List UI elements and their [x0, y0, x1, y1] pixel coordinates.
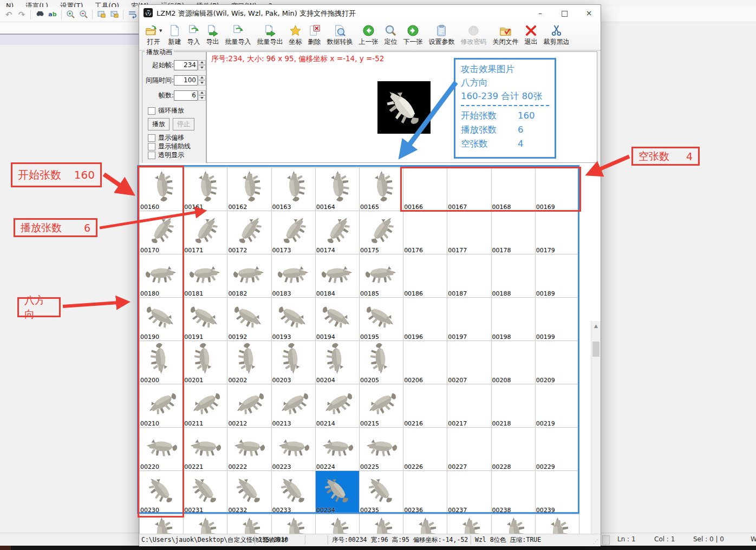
- frame-cell[interactable]: 00216: [403, 384, 447, 428]
- frame-cell[interactable]: 00215: [360, 384, 403, 428]
- frame-cell[interactable]: 00229: [536, 428, 579, 471]
- loop-playback-checkbox[interactable]: 循环播放: [148, 106, 184, 115]
- frame-cell[interactable]: [272, 514, 316, 534]
- frame-cell[interactable]: 00176: [403, 211, 447, 254]
- spinner[interactable]: [198, 60, 206, 70]
- exit-button[interactable]: 退出: [522, 23, 540, 48]
- frame-cell[interactable]: 00238: [492, 471, 536, 514]
- frame-cell[interactable]: 00198: [492, 298, 536, 341]
- wrap-icon[interactable]: [127, 9, 138, 20]
- frame-cell[interactable]: 00228: [492, 428, 536, 471]
- menu-item[interactable]: N): [0, 1, 19, 7]
- frame-cell[interactable]: 00162: [227, 168, 271, 211]
- next-button[interactable]: 下一张: [400, 23, 425, 48]
- frame-cell[interactable]: 00188: [492, 254, 536, 298]
- frame-cell[interactable]: 00230: [140, 471, 184, 514]
- frame-cell[interactable]: 00206: [403, 341, 447, 384]
- frame-cell[interactable]: 00166: [403, 168, 447, 211]
- find-icon[interactable]: [34, 9, 45, 20]
- frame-cell[interactable]: 00239: [536, 471, 579, 514]
- spinner[interactable]: [198, 90, 206, 101]
- checkbox-icon[interactable]: [148, 152, 155, 159]
- frame-cell[interactable]: 00222: [227, 428, 271, 471]
- menu-item[interactable]: 设置(T): [54, 1, 89, 7]
- frame-cell[interactable]: [447, 514, 491, 534]
- frame-cell[interactable]: 00196: [403, 298, 447, 341]
- frame-cell[interactable]: 00226: [403, 428, 447, 471]
- frame-cell[interactable]: 00195: [360, 298, 403, 341]
- show-offset-checkbox[interactable]: 显示偏移: [148, 133, 184, 142]
- scrollbar-thumb[interactable]: [592, 342, 599, 357]
- frame-cell[interactable]: 00186: [403, 254, 447, 298]
- spin-down-icon[interactable]: [198, 95, 206, 101]
- frame-cell[interactable]: [316, 514, 360, 534]
- field-input[interactable]: 100: [174, 75, 198, 86]
- frame-cell[interactable]: 00204: [316, 341, 360, 384]
- frame-cell[interactable]: 00208: [492, 341, 536, 384]
- frame-cell[interactable]: 00234: [316, 471, 360, 514]
- spin-down-icon[interactable]: [198, 80, 206, 86]
- frame-cell[interactable]: 00237: [447, 471, 491, 514]
- frame-cell[interactable]: 00168: [492, 168, 536, 211]
- locate-button[interactable]: 定位: [381, 23, 400, 48]
- frame-cell[interactable]: 00183: [272, 254, 316, 298]
- frame-cell[interactable]: 00191: [184, 298, 227, 341]
- frame-cell[interactable]: 00172: [227, 211, 271, 254]
- frame-cell[interactable]: 00207: [447, 341, 491, 384]
- frame-cell[interactable]: 00167: [447, 168, 491, 211]
- frame-cell[interactable]: 00214: [316, 384, 360, 428]
- frame-cell[interactable]: 00189: [536, 254, 579, 298]
- checkbox-icon[interactable]: [148, 143, 155, 150]
- spin-up-icon[interactable]: [198, 75, 206, 81]
- frame-cell[interactable]: 00164: [316, 168, 360, 211]
- frame-cell[interactable]: 00178: [492, 211, 536, 254]
- menu-item[interactable]: 语言(L): [19, 1, 54, 7]
- import-button[interactable]: 导入: [184, 23, 203, 48]
- frame-cell[interactable]: 00169: [536, 168, 579, 211]
- frame-cell[interactable]: 00213: [272, 384, 316, 428]
- frame-cell[interactable]: 00175: [360, 211, 403, 254]
- prev-button[interactable]: 上一张: [356, 23, 381, 48]
- zoom-out-icon[interactable]: [78, 9, 89, 20]
- params-button[interactable]: 设置参数: [426, 23, 457, 48]
- frame-cell[interactable]: 00231: [184, 471, 227, 514]
- zoom-in-icon[interactable]: [65, 9, 76, 20]
- maximize-button[interactable]: □: [552, 5, 577, 21]
- frame-cell[interactable]: 00171: [184, 211, 227, 254]
- frame-cell[interactable]: 00194: [316, 298, 360, 341]
- menu-item[interactable]: 工具(O): [89, 1, 125, 7]
- frame-cell[interactable]: 00165: [360, 168, 403, 211]
- frame-cell[interactable]: 00219: [536, 384, 579, 428]
- play-button[interactable]: 播放: [148, 118, 170, 130]
- frame-cell[interactable]: 00185: [360, 254, 403, 298]
- checkbox-icon[interactable]: [148, 134, 155, 142]
- frame-cell[interactable]: 00182: [227, 254, 271, 298]
- export-button[interactable]: 导出: [203, 23, 221, 48]
- checkbox-icon[interactable]: [148, 107, 155, 115]
- redo-icon[interactable]: ↷: [16, 9, 27, 20]
- frame-cell[interactable]: 00181: [184, 254, 227, 298]
- field-input[interactable]: 234: [174, 60, 198, 70]
- delete-button[interactable]: 删除: [305, 23, 323, 48]
- frame-cell[interactable]: 00173: [272, 211, 316, 254]
- password-button[interactable]: 修改密码: [458, 23, 489, 48]
- frame-cell[interactable]: 00236: [403, 471, 447, 514]
- frame-cell[interactable]: [492, 514, 536, 534]
- frame-cell[interactable]: 00184: [316, 254, 360, 298]
- show-guides-checkbox[interactable]: 显示辅助线: [148, 142, 191, 151]
- scroll-up-icon[interactable]: ▲: [591, 321, 601, 330]
- frame-cell[interactable]: 00209: [536, 341, 579, 384]
- frame-cell[interactable]: 00197: [447, 298, 491, 341]
- frame-cell[interactable]: [536, 514, 579, 534]
- frame-cell[interactable]: [184, 514, 227, 534]
- closefile-button[interactable]: 关闭文件: [490, 23, 521, 48]
- frame-cell[interactable]: 00190: [140, 298, 184, 341]
- frame-cell[interactable]: 00217: [447, 384, 491, 428]
- frame-cell[interactable]: 00199: [536, 298, 579, 341]
- frame-cell[interactable]: 00163: [272, 168, 316, 211]
- frame-cell[interactable]: 00225: [360, 428, 403, 471]
- dropdown-caret-icon[interactable]: ▼: [159, 29, 162, 33]
- doc-monitor-icon[interactable]: [96, 9, 107, 20]
- frame-cell[interactable]: 00227: [447, 428, 491, 471]
- grid-scrollbar[interactable]: ▲ ▼: [591, 321, 601, 534]
